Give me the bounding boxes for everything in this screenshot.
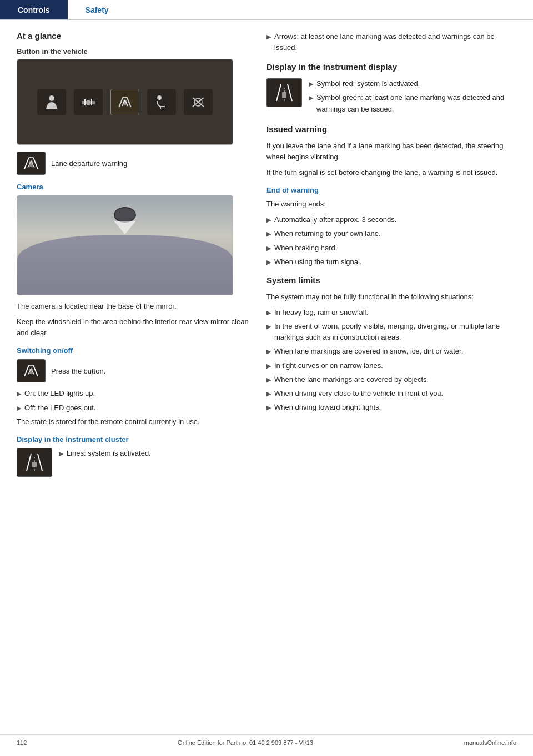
end-of-warning-heading: End of warning [266,186,516,194]
tab-safety[interactable]: Safety [68,0,127,19]
cluster-text-block: ▶ Lines: system is activated. [59,448,255,462]
instrument-icon [266,78,302,107]
bullet-arrow-2: ▶ [17,404,21,413]
state-stored-text: The state is stored for the remote contr… [17,416,255,427]
bullet-arrow-r3: ▶ [309,93,313,103]
instrument-bullet-list: ▶ Symbol red: system is activated. ▶ Sym… [309,78,516,114]
switch-icon-btn [17,359,46,382]
limit-7: ▶ When driving toward bright lights. [266,402,516,413]
end-bullet1-text: Automatically after approx. 3 seconds. [274,214,396,225]
press-button-row: Press the button. [17,359,255,382]
bullet-arrow-r14: ▶ [266,403,271,412]
limit2-text: In the event of worn, poorly visible, me… [274,321,516,343]
camera-seat-visual [17,235,233,295]
warning-ends-text: The warning ends: [266,199,516,210]
cluster-bullet-list: ▶ Lines: system is activated. [59,448,255,459]
arrows-text: Arrows: at least one lane marking was de… [274,31,516,53]
lines-activated-item: ▶ Lines: system is activated. [59,448,255,459]
limit5-text: When the lane markings are covered by ob… [274,374,429,385]
bullet-arrow-1: ▶ [17,389,21,399]
display-instrument-row: ▶ Symbol red: system is activated. ▶ Sym… [266,78,516,117]
panel-btn-lane-warning [110,89,139,115]
panel-btn-5 [184,89,213,115]
arrows-item: ▶ Arrows: at least one lane marking was … [266,31,516,53]
page-number: 112 [17,739,27,746]
symbol-green-text: Symbol green: at least one lane marking … [316,92,516,114]
symbol-red-text: Symbol red: system is activated. [316,78,420,89]
button-in-vehicle-heading: Button in the vehicle [17,47,255,56]
end-bullet-1: ▶ Automatically after approx. 3 seconds. [266,214,516,225]
panel-btn-4 [147,89,176,115]
switching-heading: Switching on/off [17,346,255,355]
end-bullet2-text: When returning to your own lane. [274,228,381,239]
display-cluster-heading: Display in the instrument cluster [17,435,255,443]
camera-text-1: The camera is located near the base of t… [17,301,255,312]
page-footer: 112 Online Edition for Part no. 01 40 2 … [0,734,533,746]
svg-rect-8 [32,462,37,467]
limit-4: ▶ In tight curves or on narrow lanes. [266,360,516,371]
bullet-arrow-r10: ▶ [266,347,271,356]
limit-3: ▶ When lane markings are covered in snow… [266,346,516,357]
camera-mirror-visual [114,207,136,223]
tab-controls-label: Controls [18,6,50,14]
display-instrument-heading: Display in the instrument display [266,62,516,72]
end-bullet-3: ▶ When braking hard. [266,243,516,254]
symbol-red-item: ▶ Symbol red: system is activated. [309,78,516,89]
camera-view [17,196,233,295]
svg-point-4 [157,95,162,100]
switch-bullet-list: ▶ On: the LED lights up. ▶ Off: the LED … [17,388,255,413]
left-column: At a glance Button in the vehicle [17,31,255,483]
camera-text-2: Keep the windshield in the area behind t… [17,316,255,339]
watermark: manualsOnline.info [464,739,516,746]
limit6-text: When driving very close to the vehicle i… [274,388,443,399]
bullet-arrow-3: ▶ [59,449,63,458]
off-led-text: Off: the LED goes out. [24,402,95,414]
end-warning-bullets: ▶ Automatically after approx. 3 seconds.… [266,214,516,268]
limit3-text: When lane markings are covered in snow, … [274,346,463,357]
instrument-text-block: ▶ Symbol red: system is activated. ▶ Sym… [309,78,516,117]
end-bullet-2: ▶ When returning to your own lane. [266,228,516,239]
right-column: ▶ Arrows: at least one lane marking was … [266,31,516,483]
lane-departure-icon-btn [17,152,46,175]
button-panel [17,59,233,144]
lane-departure-label: Lane departure warning [51,159,127,168]
off-led-item: ▶ Off: the LED goes out. [17,402,255,414]
main-content: At a glance Button in the vehicle [0,20,533,506]
display-cluster-row: ▶ Lines: system is activated. [17,448,255,477]
symbol-green-item: ▶ Symbol green: at least one lane markin… [309,92,516,114]
issued-warning-heading: Issued warning [266,124,516,134]
camera-arrow-visual [114,221,136,234]
system-limits-bullets: ▶ In heavy fog, rain or snowfall. ▶ In t… [266,307,516,413]
bullet-arrow-r6: ▶ [266,244,271,253]
bullet-arrow-r7: ▶ [266,258,271,267]
svg-point-0 [49,95,54,101]
press-button-label: Press the button. [51,367,105,375]
system-limits-intro: The system may not be fully functional i… [266,291,516,303]
system-limits-heading: System limits [266,275,516,285]
bullet-arrow-r11: ▶ [266,361,271,371]
tab-safety-label: Safety [86,6,109,14]
issued-warning-text2: If the turn signal is set before changin… [266,167,516,178]
limit-5: ▶ When the lane markings are covered by … [266,374,516,385]
camera-image [17,195,233,295]
bullet-arrow-r13: ▶ [266,389,271,399]
bullet-arrow-r8: ▶ [266,308,271,317]
limit1-text: In heavy fog, rain or snowfall. [274,307,368,318]
end-bullet3-text: When braking hard. [274,243,337,254]
panel-btn-2 [74,89,103,115]
limit4-text: In tight curves or on narrow lanes. [274,360,383,371]
lines-activated-text: Lines: system is activated. [67,448,151,459]
end-bullet-4: ▶ When using the turn signal. [266,256,516,268]
arrows-bullet-list: ▶ Arrows: at least one lane marking was … [266,31,516,53]
bullet-arrow-r2: ▶ [309,79,313,89]
footer-text: Online Edition for Part no. 01 40 2 909 … [178,739,313,746]
at-a-glance-title: At a glance [17,31,255,41]
vehicle-button-image [17,59,233,145]
cluster-icon [17,448,52,477]
bullet-arrow-r9: ▶ [266,322,271,331]
issued-warning-text1: If you leave the lane and if a lane mark… [266,140,516,163]
limit-6: ▶ When driving very close to the vehicle… [266,388,516,399]
tab-controls[interactable]: Controls [0,0,68,19]
camera-heading: Camera [17,183,255,191]
limit7-text: When driving toward bright lights. [274,402,381,413]
